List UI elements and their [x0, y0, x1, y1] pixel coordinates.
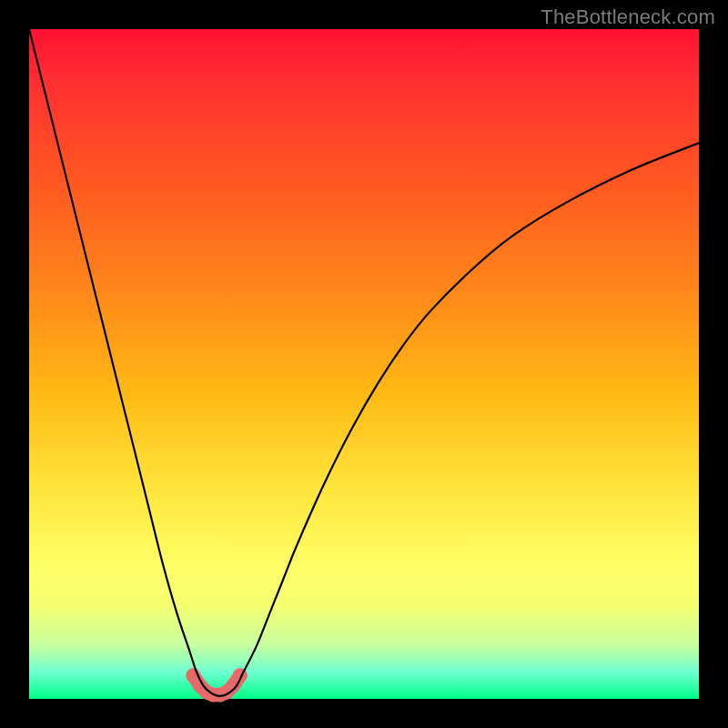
- bottleneck-curve: [29, 29, 699, 696]
- chart-frame: TheBottleneck.com: [0, 0, 728, 728]
- plot-area: [29, 29, 699, 699]
- optimal-range-markers: [186, 668, 248, 702]
- watermark-label: TheBottleneck.com: [541, 5, 715, 29]
- curve-svg: [29, 29, 699, 699]
